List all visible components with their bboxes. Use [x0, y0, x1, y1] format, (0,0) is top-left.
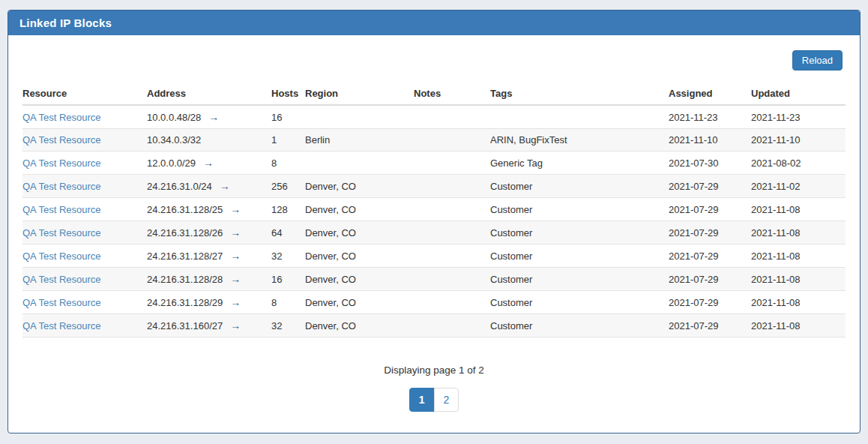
updated-cell: 2021-11-23 [751, 105, 846, 129]
address-cell: 24.216.31.128/27→ [147, 244, 271, 268]
assigned-cell: 2021-11-10 [669, 129, 751, 152]
right-arrow-icon[interactable]: → [203, 157, 214, 169]
address-cell: 10.0.0.48/28→ [147, 105, 271, 129]
hosts-cell: 8 [271, 291, 305, 314]
assigned-cell: 2021-07-29 [669, 268, 751, 291]
resource-link[interactable]: QA Test Resource [22, 134, 101, 146]
right-arrow-icon[interactable]: → [208, 111, 219, 123]
address-text: 10.34.0.3/32 [147, 134, 201, 146]
column-header-address: Address [147, 82, 271, 105]
region-cell: Berlin [305, 129, 414, 152]
resource-cell: QA Test Resource [22, 129, 147, 152]
tags-cell [490, 105, 669, 129]
notes-cell [414, 105, 490, 129]
assigned-cell: 2021-11-23 [669, 105, 751, 129]
right-arrow-icon[interactable]: → [220, 180, 230, 192]
table-row: QA Test Resource10.0.0.48/28→162021-11-2… [22, 105, 846, 129]
right-arrow-icon[interactable]: → [230, 273, 241, 285]
page-button-1[interactable]: 1 [409, 388, 435, 412]
hosts-cell: 16 [271, 268, 305, 291]
address-text: 24.216.31.160/27 [147, 320, 223, 332]
updated-cell: 2021-11-08 [751, 221, 846, 244]
table-row: QA Test Resource24.216.31.160/27→32Denve… [22, 314, 846, 338]
hosts-cell: 64 [271, 221, 305, 244]
region-cell: Denver, CO [305, 198, 414, 221]
hosts-cell: 1 [271, 129, 305, 152]
column-header-updated: Updated [751, 82, 846, 105]
right-arrow-icon[interactable]: → [230, 296, 241, 308]
address-text: 12.0.0.0/29 [147, 158, 196, 169]
updated-cell: 2021-08-02 [751, 152, 846, 175]
region-cell: Denver, CO [305, 221, 414, 244]
address-cell: 24.216.31.128/26→ [147, 221, 271, 244]
resource-cell: QA Test Resource [22, 314, 147, 338]
right-arrow-icon[interactable]: → [230, 226, 241, 238]
region-cell: Denver, CO [305, 291, 414, 314]
resource-cell: QA Test Resource [22, 291, 147, 314]
notes-cell [414, 175, 490, 198]
notes-cell [414, 129, 490, 152]
paging-status: Displaying page 1 of 2 [22, 364, 846, 376]
right-arrow-icon[interactable]: → [230, 203, 241, 215]
toolbar: Reload [22, 50, 846, 70]
assigned-cell: 2021-07-29 [669, 291, 751, 314]
updated-cell: 2021-11-08 [751, 291, 846, 314]
resource-link[interactable]: QA Test Resource [22, 158, 101, 169]
resource-link[interactable]: QA Test Resource [22, 181, 101, 192]
resource-link[interactable]: QA Test Resource [22, 250, 101, 262]
table-row: QA Test Resource24.216.31.128/25→128Denv… [22, 198, 846, 221]
reload-button[interactable]: Reload [792, 50, 843, 70]
tags-cell: Generic Tag [490, 152, 669, 175]
resource-link[interactable]: QA Test Resource [22, 297, 101, 308]
region-cell [305, 152, 414, 175]
resource-cell: QA Test Resource [22, 244, 147, 268]
panel-header: Linked IP Blocks [8, 10, 860, 35]
resource-cell: QA Test Resource [22, 152, 147, 175]
tags-cell: Customer [490, 268, 669, 291]
hosts-cell: 32 [271, 314, 305, 338]
resource-link[interactable]: QA Test Resource [22, 320, 101, 332]
hosts-cell: 16 [271, 105, 305, 129]
notes-cell [414, 198, 490, 221]
resource-cell: QA Test Resource [22, 198, 147, 221]
region-cell: Denver, CO [305, 314, 414, 338]
notes-cell [414, 268, 490, 291]
resource-link[interactable]: QA Test Resource [22, 112, 101, 123]
right-arrow-icon[interactable]: → [230, 320, 241, 332]
ip-blocks-table: ResourceAddressHostsRegionNotesTagsAssig… [22, 82, 846, 338]
tags-cell: ARIN, BugFixTest [490, 129, 669, 152]
address-cell: 24.216.31.128/29→ [147, 291, 271, 314]
region-cell: Denver, CO [305, 268, 414, 291]
updated-cell: 2021-11-08 [751, 268, 846, 291]
address-text: 24.216.31.128/26 [147, 227, 223, 238]
address-cell: 24.216.31.160/27→ [147, 314, 271, 338]
page-button-2[interactable]: 2 [434, 388, 459, 412]
pagination: 12 [22, 388, 846, 412]
resource-link[interactable]: QA Test Resource [22, 204, 101, 215]
updated-cell: 2021-11-02 [751, 175, 846, 198]
resource-cell: QA Test Resource [22, 175, 147, 198]
column-header-hosts: Hosts [271, 82, 305, 105]
right-arrow-icon[interactable]: → [230, 250, 241, 262]
table-row: QA Test Resource24.216.31.128/27→32Denve… [22, 244, 846, 268]
table-row: QA Test Resource24.216.31.128/28→16Denve… [22, 268, 846, 291]
assigned-cell: 2021-07-29 [669, 244, 751, 268]
resource-cell: QA Test Resource [22, 105, 147, 129]
updated-cell: 2021-11-08 [751, 198, 846, 221]
updated-cell: 2021-11-08 [751, 314, 846, 338]
tags-cell: Customer [490, 198, 669, 221]
table-header-row: ResourceAddressHostsRegionNotesTagsAssig… [22, 82, 846, 105]
column-header-notes: Notes [414, 82, 490, 105]
region-cell: Denver, CO [305, 244, 414, 268]
resource-link[interactable]: QA Test Resource [22, 274, 101, 285]
table-row: QA Test Resource12.0.0.0/29→8Generic Tag… [22, 152, 846, 175]
tags-cell: Customer [490, 221, 669, 244]
tags-cell: Customer [490, 175, 669, 198]
resource-cell: QA Test Resource [22, 268, 147, 291]
assigned-cell: 2021-07-30 [669, 152, 751, 175]
tags-cell: Customer [490, 244, 669, 268]
resource-link[interactable]: QA Test Resource [22, 227, 101, 238]
notes-cell [414, 244, 490, 268]
updated-cell: 2021-11-08 [751, 244, 846, 268]
resource-cell: QA Test Resource [22, 221, 147, 244]
